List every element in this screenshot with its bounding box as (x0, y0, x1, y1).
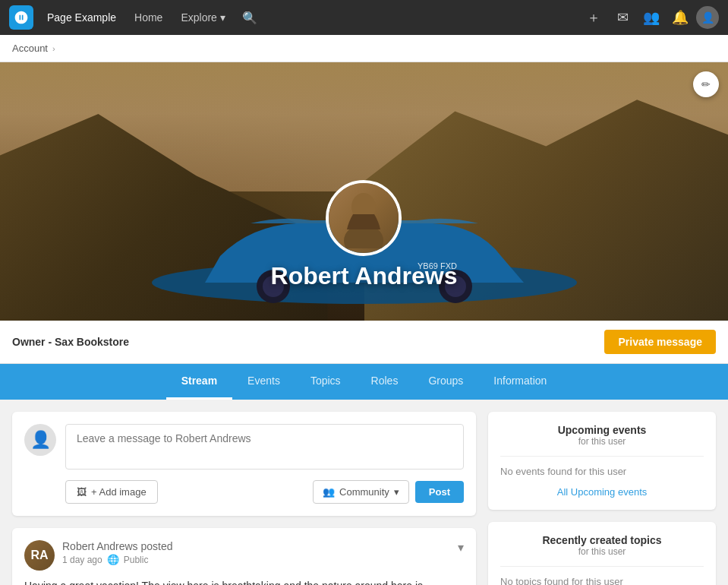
nav-page-example[interactable]: Page Example (39, 7, 124, 28)
all-upcoming-events-link[interactable]: All Upcoming events (500, 486, 704, 498)
recent-topics-widget: Recently created topics for this user No… (488, 522, 716, 585)
post-meta: 1 day ago 🌐 Public (62, 554, 173, 565)
widget-divider (500, 456, 704, 457)
recent-topics-title: Recently created topics (500, 534, 704, 546)
post-author-avatar: RA (24, 540, 55, 571)
upcoming-events-subtitle: for this user (500, 436, 704, 447)
user-avatar-button[interactable]: 👤 (696, 6, 719, 29)
community-icon: 👥 (323, 486, 335, 498)
explore-chevron-icon: ▾ (220, 11, 225, 24)
top-navigation: Page Example Home Explore ▾ 🔍 ＋ ✉ 👥 🔔 👤 (0, 0, 728, 35)
tab-information[interactable]: Information (478, 364, 562, 400)
profile-name: Robert Andrews (271, 262, 458, 290)
tab-events[interactable]: Events (232, 364, 295, 400)
tab-groups[interactable]: Groups (413, 364, 478, 400)
site-logo[interactable] (9, 5, 33, 30)
create-new-button[interactable]: ＋ (581, 5, 607, 30)
mail-icon[interactable]: ✉ (610, 5, 635, 30)
compose-user-avatar: 👤 (24, 424, 56, 456)
image-icon: 🖼 (77, 486, 87, 498)
profile-tabs: Stream Events Topics Roles Groups Inform… (0, 364, 728, 400)
upcoming-events-widget: Upcoming events for this user No events … (488, 412, 716, 510)
edit-cover-button[interactable]: ✏ (693, 71, 719, 97)
upcoming-events-title: Upcoming events (500, 424, 704, 436)
bell-icon[interactable]: 🔔 (667, 5, 693, 30)
search-icon[interactable]: 🔍 (236, 6, 263, 30)
profile-role-info: Owner - Sax Bookstore (12, 336, 129, 348)
globe-icon: 🌐 (107, 554, 119, 565)
recent-topics-empty: No topics found for this user (500, 576, 704, 585)
post-time: 1 day ago (62, 555, 102, 565)
nav-explore[interactable]: Explore ▾ (173, 7, 232, 28)
post-author-name: Robert Andrews posted (62, 540, 173, 552)
post-visibility: Public (124, 555, 149, 565)
tab-topics[interactable]: Topics (295, 364, 356, 400)
right-panel: Upcoming events for this user No events … (488, 412, 716, 585)
profile-bar: Owner - Sax Bookstore Private message (0, 321, 728, 364)
tab-stream[interactable]: Stream (166, 364, 232, 400)
community-chevron-icon: ▾ (394, 486, 399, 498)
nav-home[interactable]: Home (127, 7, 170, 28)
left-panel: 👤 🖼 + Add image 👥 Community ▾ Post (12, 412, 476, 585)
post-card: RA Robert Andrews posted 1 day ago 🌐 Pub… (12, 528, 476, 585)
breadcrumb-account-link[interactable]: Account (12, 43, 48, 54)
cover-area: YB69 FXD ✏ Robert Andrews (0, 62, 728, 321)
post-options-button[interactable]: ▾ (458, 540, 464, 555)
profile-role-label: Owner (12, 336, 46, 348)
add-image-button[interactable]: 🖼 + Add image (65, 480, 158, 504)
group-icon[interactable]: 👥 (638, 5, 664, 30)
widget-divider-2 (500, 566, 704, 567)
nav-links: Page Example Home Explore ▾ 🔍 (39, 6, 263, 30)
cover-profile: Robert Andrews (271, 180, 458, 290)
profile-avatar (326, 180, 402, 256)
logo-icon (14, 10, 29, 25)
community-visibility-button[interactable]: 👥 Community ▾ (313, 480, 409, 504)
recent-topics-subtitle: for this user (500, 546, 704, 557)
upcoming-events-empty: No events found for this user (500, 466, 704, 477)
tab-roles[interactable]: Roles (356, 364, 414, 400)
profile-org-label: Sax Bookstore (55, 336, 129, 348)
breadcrumb-separator: › (52, 44, 55, 53)
compose-input[interactable] (65, 424, 464, 470)
breadcrumb: Account › (0, 35, 728, 62)
compose-box: 👤 🖼 + Add image 👥 Community ▾ Post (12, 412, 476, 516)
post-button[interactable]: Post (415, 481, 464, 503)
private-message-button[interactable]: Private message (604, 330, 716, 354)
post-text: Having a great vacation! The view here i… (24, 578, 464, 585)
main-content: 👤 🖼 + Add image 👥 Community ▾ Post (0, 400, 728, 585)
nav-right-actions: ＋ ✉ 👥 🔔 👤 (581, 5, 719, 30)
